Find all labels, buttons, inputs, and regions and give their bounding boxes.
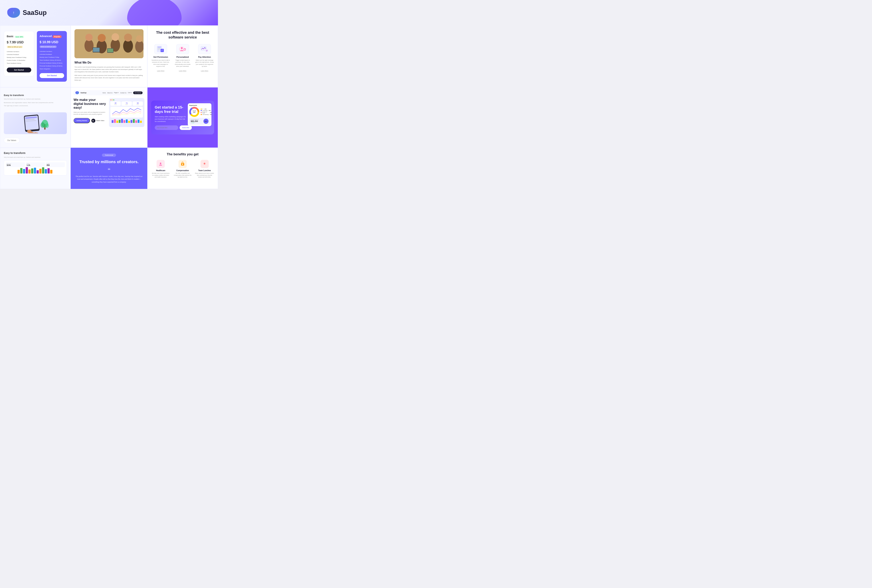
compensation-name: Compensation <box>173 170 192 171</box>
personalized-learn-more[interactable]: Learn More <box>179 70 186 72</box>
testimonial-title: Trusted by millions of creators. <box>75 159 143 164</box>
what-we-do-section: What We Do The world's most forward-thin… <box>71 26 147 87</box>
svg-rect-64 <box>34 168 36 174</box>
svg-point-74 <box>182 164 183 165</box>
trial-title: Get started a 15-days free trial <box>155 105 188 114</box>
plan-advanced-card: Advanced Popular $ 10.99 USD Billed as $… <box>37 31 67 82</box>
hero-buttons: Getting Started ▶ Watch Video <box>74 118 106 123</box>
analytics-dashboard: Revenue $24k Users 1.2k Leads 856 <box>4 160 67 176</box>
basic-feature-1: Unlimited members <box>7 50 31 53</box>
nav-pages[interactable]: Pages ▾ <box>114 92 119 93</box>
hero-headline: We make your digital business very easy! <box>74 98 106 110</box>
dot-green <box>113 99 114 100</box>
donut-chart: Overall 100% <box>189 107 199 117</box>
svg-rect-46 <box>131 120 132 123</box>
advanced-get-started-button[interactable]: Get Started <box>40 73 64 78</box>
hero-dashboard: 38 Users 74 Tasks 58 Done <box>109 98 144 127</box>
popular-badge: Popular <box>53 35 62 38</box>
nav-get-started-button[interactable]: Get Started <box>133 92 143 94</box>
haem-dot <box>201 114 202 115</box>
surgery-label: Surgery & Treat <box>202 111 209 114</box>
donut-area: Overall 100% IT 10% Cardiology <box>189 107 210 117</box>
hero-content: We make your digital business very easy!… <box>74 98 144 127</box>
hero-sub: Make your work easier with an integrated… <box>74 111 106 116</box>
pay-attention-learn-more[interactable]: Learn More <box>201 70 208 72</box>
svg-text:Overall: Overall <box>192 111 196 112</box>
svg-rect-68 <box>45 169 47 174</box>
svg-rect-50 <box>140 121 142 123</box>
it-value: 10% <box>204 108 206 110</box>
haem-value: 50% <box>210 114 212 115</box>
benefits-section: The benefits you get Healthcare We take … <box>147 148 218 189</box>
svg-text:↺: ↺ <box>206 50 207 52</box>
legend-surgery: Surgery & Treat 20% <box>201 111 212 114</box>
get-permission-icon-box: ✓ <box>154 44 167 54</box>
adv-feature-6: Personal feedback history (8 items) <box>40 64 64 68</box>
basic-get-started-button[interactable]: Get Started <box>7 68 31 72</box>
healthcare-icon <box>156 160 165 168</box>
nav-home[interactable]: Home <box>102 92 106 93</box>
dashboard-chart <box>110 107 143 118</box>
trial-chart: Departments Overall 100% <box>188 103 211 126</box>
surgery-dot <box>201 112 201 113</box>
email-input[interactable] <box>155 125 178 130</box>
personalized-desc: Trigger emails based on purchase. Or sit… <box>173 59 192 68</box>
get-permission-learn-more[interactable]: Learn More <box>157 70 164 72</box>
mini-nav-links: Home About Us Pages ▾ Contact Us Cart ⊕ … <box>102 92 143 94</box>
svg-rect-67 <box>42 167 44 174</box>
svg-rect-17 <box>158 48 160 48</box>
testimonial-section: Testimonial Trusted by millions of creat… <box>71 148 147 189</box>
analytics-title: Easy to transform <box>4 152 67 154</box>
svg-rect-43 <box>123 120 125 123</box>
advanced-plan-name: Advanced <box>40 34 52 38</box>
svg-point-2 <box>86 34 93 41</box>
values-text-area: Easy to transform Very hot leads and ema… <box>4 92 67 109</box>
svg-rect-12 <box>93 48 99 52</box>
nav-about[interactable]: About Us <box>107 92 113 93</box>
basic-plan-name: Basic <box>7 35 14 38</box>
values-image <box>4 112 67 134</box>
benefits-title: The benefits you get <box>151 153 214 156</box>
play-icon[interactable]: ▶ <box>91 119 95 123</box>
trial-input-row: Subscribe <box>155 125 188 130</box>
logo-icon <box>7 8 20 18</box>
analytics-section: Easy to transform Very hot leads and ema… <box>0 148 71 189</box>
get-permission-desc: Sometimes you need to talk to everyone a… <box>151 59 170 68</box>
getting-started-button[interactable]: Getting Started <box>74 118 90 123</box>
our-values-button[interactable]: Our Values <box>4 138 20 143</box>
mini-nav: ↑ SaaSup Home About Us Pages ▾ Contact U… <box>74 90 144 95</box>
values-desc1: Very hot leads and email them up. Nurtur… <box>4 98 67 100</box>
svg-rect-16 <box>158 47 161 47</box>
team-lunches-name: Team Lunches <box>195 170 214 171</box>
svg-point-36 <box>41 122 45 128</box>
svg-rect-62 <box>29 170 31 174</box>
pay-attention-name: Pay Attention <box>195 56 214 58</box>
it-label: IT <box>202 108 203 110</box>
dot-yellow <box>112 99 113 100</box>
svg-point-9 <box>135 40 143 52</box>
what-we-do-title: What We Do <box>74 61 143 64</box>
chart-legend: IT 10% Cardiology 25% Surgery & Treat 20… <box>201 108 212 116</box>
nav-contact[interactable]: Contact Us <box>120 92 126 93</box>
team-image <box>74 29 143 58</box>
legend-cardiology: Cardiology 25% <box>201 110 212 111</box>
features-row: ✓ Get Permission Sometimes you need to t… <box>151 44 214 72</box>
svg-rect-39 <box>114 119 116 123</box>
hero-text: We make your digital business very easy!… <box>74 98 106 127</box>
our-values-section: Easy to transform Very hot leads and ema… <box>0 87 71 148</box>
app-name: SaaSup <box>23 9 47 16</box>
legend-it: IT 10% <box>201 108 212 110</box>
dot-red <box>110 99 111 100</box>
watch-video-button[interactable]: ▶ Watch Video <box>91 119 104 123</box>
basic-feature-2: Unlimited feedback <box>7 53 31 56</box>
cardiology-value: 25% <box>209 110 211 111</box>
svg-rect-38 <box>111 120 113 123</box>
svg-text:100%: 100% <box>193 112 195 113</box>
benefits-row: Healthcare We take care of your premiums… <box>151 160 214 178</box>
svg-point-10 <box>136 35 143 42</box>
nav-cart[interactable]: Cart ⊕ <box>128 92 132 93</box>
adv-feature-1: Unlimited members <box>40 50 64 53</box>
best-software-section: The cost effective and the best software… <box>147 26 218 87</box>
testimonial-badge: Testimonial <box>102 153 116 157</box>
advanced-billed: Billed as $199 per year <box>40 45 57 48</box>
